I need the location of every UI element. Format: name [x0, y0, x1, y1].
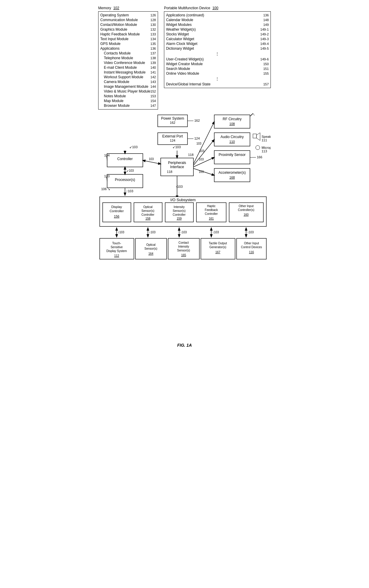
- memory-item-11: E-mail Client Module140: [100, 65, 156, 70]
- memory-item-2: Contact/Motion Module130: [100, 22, 156, 27]
- memory-label: Memory: [98, 6, 111, 10]
- io-ref-106: 106 ↘: [101, 187, 110, 191]
- contact-intensity-label3: Sensor(s): [177, 249, 190, 252]
- memory-item-4: Haptic Feedback Module133: [100, 32, 156, 37]
- accelerometers-label: Accelerometer(s): [218, 171, 246, 175]
- pmd-item-10: Search Module151: [166, 66, 269, 71]
- rf-circuitry-label: RF Circuitry: [223, 117, 241, 121]
- figure-label: FIG. 1A: [98, 343, 271, 348]
- memory-item-8: Contacts Module137: [100, 51, 156, 56]
- pmd-item-5: Calculator Widget149-3: [166, 37, 269, 41]
- arrow-optical-bus: ↕103: [149, 231, 156, 234]
- speaker-label: Speaker: [262, 135, 271, 138]
- top-section: Memory 102 Operating System126 Communica…: [98, 6, 271, 110]
- other-input-ctrl-label: Other Input: [239, 204, 254, 208]
- optical-sensor-ctrl-ref: 158: [146, 217, 151, 220]
- pmd-content-box: Applications (continued)136 Calendar Mod…: [164, 11, 271, 88]
- power-ref-162: 162: [194, 119, 200, 122]
- arrow-other-bus: ↕103: [247, 231, 254, 234]
- display-ctrl-label2: Controller: [110, 209, 124, 213]
- memory-item-6: GPS Module135: [100, 41, 156, 46]
- power-system-label: Power System: [161, 116, 184, 121]
- rf-circuitry-ref: 108: [229, 122, 235, 126]
- bus-peri-audio: 103: [199, 149, 204, 153]
- pmd-item-9: Widget Creator Module150: [166, 62, 269, 66]
- pmd-item-1: Calendar Module148: [166, 18, 269, 22]
- bus-ctrl-proc: ↙103: [126, 169, 134, 172]
- touch-display-label: Touch-: [112, 242, 121, 245]
- haptic-ctrl-label: Haptic: [207, 204, 215, 208]
- arrow-intensity-bus: ↕103: [180, 231, 187, 234]
- touch-display-label2: Sensitive: [111, 245, 123, 249]
- arrow-display-bus: ↕103: [118, 231, 124, 234]
- pmd-item-12: Device/Global Internal State157: [166, 82, 269, 87]
- optical-sensor-ctrl-label: Optical: [143, 205, 152, 209]
- optical-sensor-ctrl-label3: Controller: [141, 213, 154, 216]
- display-ctrl-ref: 156: [114, 215, 119, 218]
- tactile-output-label: Tactile Output: [209, 242, 227, 245]
- pmd-item-0: Applications (continued)136: [166, 13, 269, 18]
- peripherals-ref-118: 118: [167, 170, 172, 173]
- memory-item-19: Browser Module147: [100, 103, 156, 108]
- optical-sensor-ctrl-label2: Sensor(s): [141, 209, 154, 212]
- tactile-output-ref: 167: [215, 251, 221, 254]
- accelerometers-ref: 168: [229, 176, 235, 179]
- processor-ref-120: 120: [104, 174, 110, 178]
- optical-sensors-label: Optical: [146, 243, 155, 246]
- power-system-ref: 162: [170, 121, 175, 124]
- bus-peri-accel: 103: [199, 170, 204, 173]
- controller-ref-104: 104: [104, 154, 110, 157]
- contact-intensity-label: Contact: [179, 241, 189, 244]
- memory-item-14: Camera Module143: [100, 79, 156, 84]
- pmd-dots-1: ⋮: [166, 51, 269, 57]
- proximity-sensor-label: Proximity Sensor: [219, 153, 246, 157]
- haptic-ctrl-ref: 161: [209, 217, 214, 220]
- bus-ref-top-mid: ↙103: [173, 145, 181, 149]
- other-input-devices-label: Other Input: [244, 242, 259, 245]
- pmd-ref: 100: [212, 6, 218, 10]
- intensity-sensor-ctrl-label3: Controller: [173, 213, 186, 216]
- svg-line-27: [193, 168, 214, 175]
- controller-label: Controller: [117, 157, 133, 161]
- memory-item-12: Instant Messaging Module141: [100, 70, 156, 75]
- peripherals-interface-label2: Interface: [170, 165, 184, 169]
- memory-ref: 102: [113, 6, 119, 10]
- bus-ctrl-peri: 103: [149, 157, 154, 161]
- display-ctrl-label: Display: [111, 205, 122, 209]
- optical-sensors-ref: 164: [148, 252, 154, 255]
- diagram-container: Memory 102 Operating System126 Communica…: [98, 6, 271, 348]
- pmd-item-7: Dictionary Widget149-5: [166, 46, 269, 51]
- intensity-sensor-ctrl-label2: Sensor(s): [173, 209, 185, 212]
- memory-item-17: Notes Module153: [100, 94, 156, 98]
- external-port-ref-text: 124: [170, 139, 175, 142]
- memory-item-7: Applications136: [100, 46, 156, 51]
- memory-item-10: Video Conference Module139: [100, 60, 156, 65]
- memory-item-13: Workout Support Module142: [100, 75, 156, 79]
- memory-item-16: Video & Music Player Module152: [100, 89, 156, 94]
- memory-content-box: Operating System126 Communication Module…: [98, 11, 158, 110]
- intensity-sensor-ctrl-label: Intensity: [173, 205, 185, 209]
- pmd-item-4: Stocks Widget149-2: [166, 32, 269, 37]
- memory-item-9: Telephone Module138: [100, 56, 156, 60]
- memory-item-18: Map Module154: [100, 98, 156, 103]
- svg-line-6: [253, 113, 254, 115]
- pmd-item-3: Weather Widget(s)149-1: [166, 27, 269, 32]
- audio-circuitry-ref: 110: [229, 140, 235, 143]
- memory-item-3: Graphics Module132: [100, 27, 156, 32]
- memory-item-0: Operating System126: [100, 13, 156, 18]
- bus-peri-prox: 103: [199, 158, 204, 161]
- other-input-devices-ref: 116: [249, 251, 254, 254]
- proximity-ref: 166: [257, 155, 262, 159]
- bus-peri-io: ↑103: [176, 185, 183, 188]
- haptic-ctrl-label3: Controller: [205, 212, 218, 215]
- pmd-dots-2: ⋮: [166, 76, 269, 82]
- external-port-label: External Port: [162, 134, 183, 138]
- microphone-ref: 113: [262, 149, 267, 153]
- pmd-item-6: Alarm Clock Widget149-4: [166, 41, 269, 46]
- contact-intensity-ref: 165: [181, 254, 186, 257]
- touch-display-label3: Display System: [107, 249, 127, 253]
- tactile-output-label2: Generator(s): [209, 245, 226, 249]
- io-subsystem-label: I/O Subsystem: [170, 198, 196, 202]
- haptic-ctrl-label2: Feedback: [205, 208, 218, 212]
- other-input-ctrl-ref: 160: [244, 213, 249, 216]
